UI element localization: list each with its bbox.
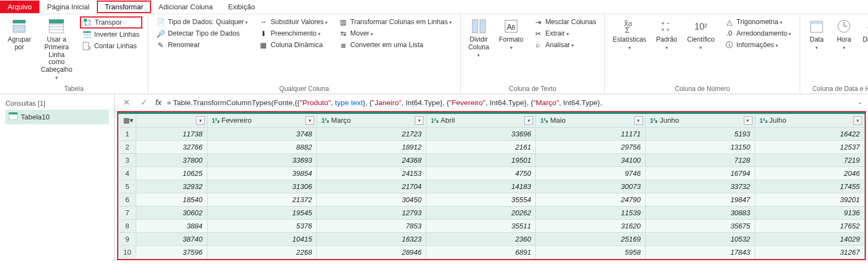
cell[interactable]: 17843 — [645, 245, 755, 259]
cell[interactable]: 38740 — [136, 232, 207, 245]
pivot-button[interactable]: ▦Coluna Dinâmica — [256, 39, 331, 50]
cell[interactable]: 2161 — [426, 140, 536, 153]
trig-button[interactable]: △Trigonometria — [722, 16, 795, 27]
split-column-button[interactable]: Dividir Coluna — [466, 16, 491, 60]
cell[interactable]: 30450 — [317, 193, 426, 206]
table-row[interactable]: 93874010415163232360251691053214029 — [119, 232, 865, 245]
rownum-header[interactable]: ▦▾ — [119, 113, 136, 127]
data-type-button[interactable]: 📄Tipo de Dados: Qualquer — [154, 16, 251, 27]
cell[interactable]: 8882 — [207, 140, 317, 153]
to-list-button[interactable]: ≣Converter em uma Lista — [336, 39, 455, 50]
time-button[interactable]: Hora — [833, 16, 855, 53]
extract-button[interactable]: ✂Extrair — [531, 28, 599, 39]
cell[interactable]: 9136 — [755, 206, 864, 219]
reverse-rows-button[interactable]: Inverter Linhas — [80, 29, 142, 40]
cell[interactable]: 9746 — [536, 167, 645, 180]
cell[interactable]: 33693 — [207, 153, 317, 167]
formula-text[interactable]: = Table.TransformColumnTypes(Fonte,{{"Pr… — [167, 98, 852, 107]
table-row[interactable]: 1037596226828946689159581784331267 — [119, 245, 865, 259]
column-header[interactable]: 1²₃Março▾ — [317, 113, 426, 127]
cell[interactable]: 30883 — [645, 206, 755, 219]
filter-dropdown-icon[interactable]: ▾ — [524, 116, 533, 125]
date-button[interactable]: Data — [806, 16, 828, 53]
cell[interactable]: 35675 — [645, 219, 755, 232]
cell[interactable]: 5376 — [207, 219, 317, 232]
cell[interactable]: 13150 — [645, 140, 755, 153]
duration-button[interactable]: Duraçã — [860, 16, 868, 53]
table-row[interactable]: 618540213723045035554247901984739201 — [119, 193, 865, 206]
table-row[interactable]: 2327668882189122161297561315012537 — [119, 140, 865, 153]
cell[interactable]: 30073 — [536, 180, 645, 193]
row-number[interactable]: 2 — [119, 140, 136, 153]
group-by-button[interactable]: Agrupar por — [5, 16, 33, 53]
tab-add-column[interactable]: Adicionar Coluna — [151, 1, 221, 13]
statistics-button[interactable]: X̄σΣEstatísticas — [610, 16, 648, 53]
column-header[interactable]: 1²₃Junho▾ — [645, 113, 755, 127]
cell[interactable]: 7219 — [755, 153, 864, 167]
cell[interactable]: 31306 — [207, 180, 317, 193]
cell[interactable]: 33696 — [426, 127, 536, 140]
row-number[interactable]: 5 — [119, 180, 136, 193]
cell[interactable]: 35554 — [426, 193, 536, 206]
cell[interactable]: 32932 — [136, 180, 207, 193]
expand-formula-button[interactable]: ⌄ — [858, 99, 863, 106]
cell[interactable]: 20262 — [426, 206, 536, 219]
cell[interactable]: 2268 — [207, 245, 317, 259]
column-header[interactable]: 1²₃Abril▾ — [426, 113, 536, 127]
tab-transform[interactable]: Transformar — [97, 1, 151, 13]
count-rows-button[interactable]: Σ Contar Linhas — [80, 41, 142, 51]
unpivot-button[interactable]: ▥Transformar Colunas em Linhas — [336, 16, 455, 27]
cell[interactable]: 11738 — [136, 127, 207, 140]
cell[interactable]: 11539 — [536, 206, 645, 219]
row-number[interactable]: 4 — [119, 167, 136, 180]
use-first-row-headers-button[interactable]: Usar a Primeira Linha como Cabeçalho — [39, 16, 74, 83]
tab-file[interactable]: Arquivo — [0, 1, 39, 13]
column-header[interactable]: 1²₃Fevereiro▾ — [207, 113, 317, 127]
cancel-formula-button[interactable]: ✕ — [120, 98, 132, 107]
cell[interactable]: 19501 — [426, 153, 536, 167]
cell[interactable]: 24790 — [536, 193, 645, 206]
accept-formula-button[interactable]: ✓ — [138, 98, 150, 107]
cell[interactable]: 11171 — [536, 127, 645, 140]
cell[interactable]: 24368 — [317, 153, 426, 167]
cell[interactable]: 33732 — [645, 180, 755, 193]
column-header-first[interactable]: ▾ — [136, 113, 207, 127]
tab-home[interactable]: Página Inicial — [39, 1, 97, 13]
cell[interactable]: 31267 — [755, 245, 864, 259]
info-button[interactable]: ⓘInformações — [722, 39, 795, 50]
cell[interactable]: 28946 — [317, 245, 426, 259]
row-number[interactable]: 9 — [119, 232, 136, 245]
filter-dropdown-icon[interactable]: ▾ — [634, 116, 643, 125]
cell[interactable]: 34100 — [536, 153, 645, 167]
cell[interactable]: 12537 — [755, 140, 864, 153]
row-number[interactable]: 6 — [119, 193, 136, 206]
table-row[interactable]: 410625398542415347509746167942046 — [119, 167, 865, 180]
parse-button[interactable]: ⌕Analisar — [531, 39, 599, 50]
cell[interactable]: 37596 — [136, 245, 207, 259]
cell[interactable]: 7853 — [317, 219, 426, 232]
cell[interactable]: 10415 — [207, 232, 317, 245]
cell[interactable]: 21372 — [207, 193, 317, 206]
cell[interactable]: 32766 — [136, 140, 207, 153]
cell[interactable]: 5958 — [536, 245, 645, 259]
cell[interactable]: 24153 — [317, 167, 426, 180]
filter-dropdown-icon[interactable]: ▾ — [853, 116, 862, 125]
cell[interactable]: 10532 — [645, 232, 755, 245]
cell[interactable]: 2360 — [426, 232, 536, 245]
cell[interactable]: 21704 — [317, 180, 426, 193]
cell[interactable]: 17652 — [755, 219, 864, 232]
query-item[interactable]: Tabela10 — [5, 110, 109, 124]
table-row[interactable]: 838845376785335511316203567517652 — [119, 219, 865, 232]
cell[interactable]: 3748 — [207, 127, 317, 140]
cell[interactable]: 18912 — [317, 140, 426, 153]
cell[interactable]: 35511 — [426, 219, 536, 232]
filter-dropdown-icon[interactable]: ▾ — [744, 116, 753, 125]
cell[interactable]: 7128 — [645, 153, 755, 167]
cell[interactable]: 18540 — [136, 193, 207, 206]
column-header[interactable]: 1²₃Maio▾ — [536, 113, 645, 127]
transpose-button[interactable]: Transpor — [80, 16, 142, 28]
cell[interactable]: 30602 — [136, 206, 207, 219]
cell[interactable]: 3884 — [136, 219, 207, 232]
cell[interactable]: 12793 — [317, 206, 426, 219]
column-header[interactable]: 1²₃Julho▾ — [755, 113, 864, 127]
